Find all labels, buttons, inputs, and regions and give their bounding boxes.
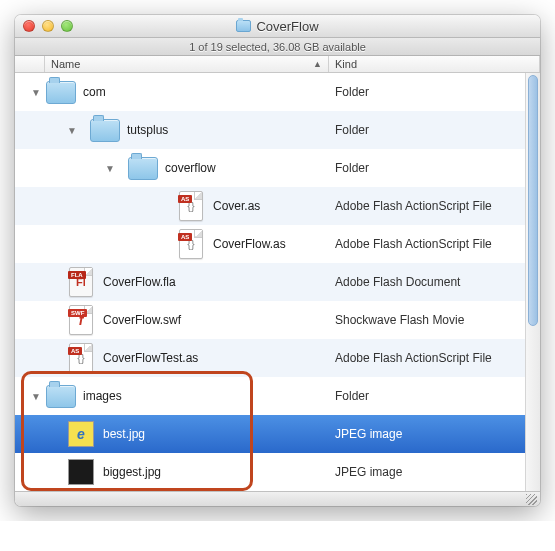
file-kind: Adobe Flash Document bbox=[335, 275, 460, 289]
table-row[interactable]: ▼ coverflow Folder bbox=[15, 149, 540, 187]
window-footer bbox=[15, 491, 540, 506]
table-row[interactable]: ▼ com Folder bbox=[15, 73, 540, 111]
file-kind: Folder bbox=[335, 161, 369, 175]
file-list: ▼ com Folder ▼ tutsplus Folder bbox=[15, 73, 540, 491]
table-row[interactable]: biggest.jpg JPEG image bbox=[15, 453, 540, 491]
zoom-button[interactable] bbox=[61, 20, 73, 32]
table-row[interactable]: AS{} Cover.as Adobe Flash ActionScript F… bbox=[15, 187, 540, 225]
table-row[interactable]: AS{} CoverFlowTest.as Adobe Flash Action… bbox=[15, 339, 540, 377]
disclosure-down-icon[interactable]: ▼ bbox=[67, 125, 77, 136]
window-title: CoverFlow bbox=[256, 19, 318, 34]
file-kind: Adobe Flash ActionScript File bbox=[335, 237, 492, 251]
folder-icon bbox=[45, 76, 77, 108]
file-kind: Adobe Flash ActionScript File bbox=[335, 199, 492, 213]
folder-icon bbox=[236, 20, 251, 32]
file-list-wrap: ▼ com Folder ▼ tutsplus Folder bbox=[15, 73, 540, 491]
table-row[interactable]: FLAFl CoverFlow.fla Adobe Flash Document bbox=[15, 263, 540, 301]
folder-icon bbox=[89, 114, 121, 146]
jpeg-thumbnail-icon bbox=[65, 456, 97, 488]
jpeg-thumbnail-icon: e bbox=[65, 418, 97, 450]
file-name: Cover.as bbox=[213, 199, 260, 213]
sort-ascending-icon: ▲ bbox=[313, 59, 322, 69]
file-name: CoverFlowTest.as bbox=[103, 351, 198, 365]
col-name-label: Name bbox=[51, 58, 80, 70]
file-name: biggest.jpg bbox=[103, 465, 161, 479]
close-button[interactable] bbox=[23, 20, 35, 32]
file-kind: Folder bbox=[335, 123, 369, 137]
titlebar[interactable]: CoverFlow bbox=[15, 15, 540, 38]
minimize-button[interactable] bbox=[42, 20, 54, 32]
vertical-scrollbar[interactable] bbox=[525, 73, 540, 491]
file-kind: Shockwave Flash Movie bbox=[335, 313, 464, 327]
col-kind-label: Kind bbox=[335, 58, 357, 70]
actionscript-file-icon: AS{} bbox=[175, 190, 207, 222]
table-row[interactable]: ▼ tutsplus Folder bbox=[15, 111, 540, 149]
column-header: Name ▲ Kind bbox=[15, 56, 540, 73]
file-kind: Folder bbox=[335, 389, 369, 403]
finder-window: CoverFlow 1 of 19 selected, 36.08 GB ava… bbox=[15, 15, 540, 506]
folder-icon bbox=[45, 380, 77, 412]
actionscript-file-icon: AS{} bbox=[65, 342, 97, 374]
scrollbar-thumb[interactable] bbox=[528, 75, 538, 326]
file-kind: JPEG image bbox=[335, 427, 402, 441]
window-controls bbox=[23, 20, 73, 32]
file-kind: Adobe Flash ActionScript File bbox=[335, 351, 492, 365]
window-title-wrap: CoverFlow bbox=[15, 19, 540, 34]
file-name: tutsplus bbox=[127, 123, 168, 137]
status-text: 1 of 19 selected, 36.08 GB available bbox=[189, 41, 366, 53]
table-row[interactable]: ▼ images Folder bbox=[15, 377, 540, 415]
status-bar: 1 of 19 selected, 36.08 GB available bbox=[15, 38, 540, 56]
col-gutter bbox=[15, 56, 45, 72]
disclosure-down-icon[interactable]: ▼ bbox=[31, 391, 41, 402]
file-kind: Folder bbox=[335, 85, 369, 99]
col-name[interactable]: Name ▲ bbox=[45, 56, 329, 72]
file-kind: JPEG image bbox=[335, 465, 402, 479]
fla-file-icon: FLAFl bbox=[65, 266, 97, 298]
table-row-selected[interactable]: e best.jpg JPEG image bbox=[15, 415, 540, 453]
file-name: images bbox=[83, 389, 122, 403]
file-name: com bbox=[83, 85, 106, 99]
disclosure-down-icon[interactable]: ▼ bbox=[105, 163, 115, 174]
table-row[interactable]: AS{} CoverFlow.as Adobe Flash ActionScri… bbox=[15, 225, 540, 263]
table-row[interactable]: SWFf CoverFlow.swf Shockwave Flash Movie bbox=[15, 301, 540, 339]
col-kind[interactable]: Kind bbox=[329, 56, 540, 72]
file-name: CoverFlow.as bbox=[213, 237, 286, 251]
resize-grip-icon[interactable] bbox=[526, 494, 537, 505]
disclosure-down-icon[interactable]: ▼ bbox=[31, 87, 41, 98]
file-name: best.jpg bbox=[103, 427, 145, 441]
folder-icon bbox=[127, 152, 159, 184]
file-name: coverflow bbox=[165, 161, 216, 175]
swf-file-icon: SWFf bbox=[65, 304, 97, 336]
actionscript-file-icon: AS{} bbox=[175, 228, 207, 260]
file-name: CoverFlow.fla bbox=[103, 275, 176, 289]
file-name: CoverFlow.swf bbox=[103, 313, 181, 327]
